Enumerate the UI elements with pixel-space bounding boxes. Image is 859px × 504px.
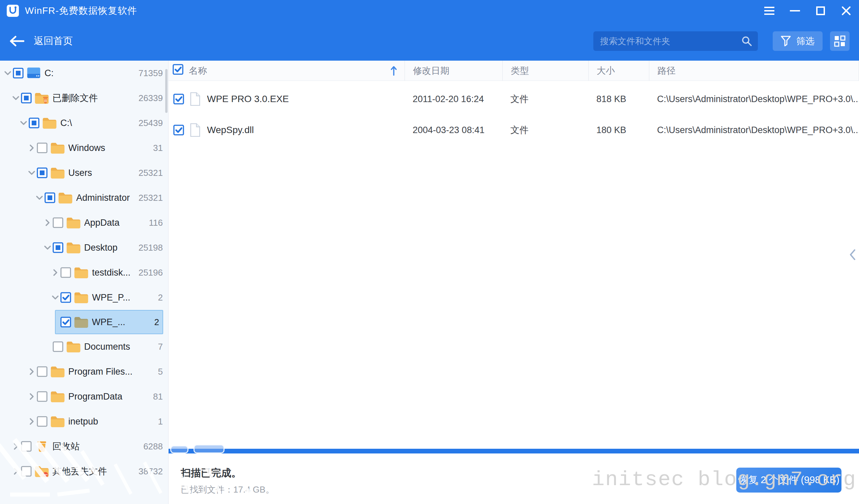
scan-status-text: 扫描已完成。 [181, 466, 241, 480]
tree-item-count: 31 [153, 143, 168, 153]
checkbox-unchecked[interactable] [37, 391, 47, 402]
filter-button-label: 筛选 [796, 35, 814, 47]
folder-icon [58, 191, 73, 204]
search-icon[interactable] [741, 35, 752, 47]
sidebar-vertical-scrollbar[interactable] [165, 69, 168, 113]
drive-icon [26, 67, 41, 79]
minimize-button[interactable] [782, 0, 808, 21]
recover-button[interactable]: 恢复 2 个文件 (998 KB) [736, 468, 842, 492]
tree-item-windows[interactable]: Windows31 [0, 136, 168, 160]
chevron-right-icon[interactable] [12, 467, 20, 476]
tree-item-appdata[interactable]: AppData116 [0, 210, 168, 235]
filter-button[interactable]: 筛选 [773, 31, 823, 51]
tree-item-wpe-p[interactable]: WPE_P...2 [0, 285, 168, 310]
tree-item-users[interactable]: Users25321 [0, 160, 168, 185]
chevron-down-icon[interactable] [35, 193, 44, 202]
search-input[interactable] [600, 36, 741, 47]
file-icon [190, 123, 201, 137]
app-title: WinFR-免费数据恢复软件 [25, 4, 137, 17]
checkbox-unchecked[interactable] [37, 366, 47, 377]
folder-tree-panel: C:71359已删除文件26339C:\25439Windows31Users2… [0, 61, 169, 504]
chevron-right-icon[interactable] [43, 218, 52, 227]
file-row-wepspy-dll[interactable]: WepSpy.dll2004-03-23 08:41文件180 KBC:\Use… [169, 114, 859, 145]
checkbox-checked[interactable] [60, 292, 71, 303]
checkbox-indeterminate[interactable] [13, 68, 24, 79]
checkbox-unchecked[interactable] [37, 142, 47, 153]
chevron-down-icon[interactable] [27, 169, 36, 177]
tree-item-testdisk[interactable]: testdisk...25196 [0, 260, 168, 285]
tree-item-desktop[interactable]: Desktop25198 [0, 235, 168, 260]
column-header-name[interactable]: 名称 [169, 61, 405, 80]
back-arrow-icon [10, 36, 24, 47]
chevron-down-icon[interactable] [51, 293, 60, 302]
file-path: C:\Users\Administrator\Desktop\WPE_PRO+3… [649, 83, 859, 114]
column-header-type[interactable]: 类型 [502, 61, 588, 80]
tree-item-count: 7 [158, 342, 168, 352]
checkbox-unchecked[interactable] [60, 267, 71, 278]
tree-item-program-files[interactable]: Program Files...5 [0, 359, 168, 384]
chevron-down-icon[interactable] [19, 119, 28, 127]
tree-item-label: 其他丢失文件 [52, 465, 107, 477]
tree-item-label: ProgramData [69, 392, 123, 402]
tree-item-c[interactable]: C:\25439 [0, 110, 168, 136]
column-header-size[interactable]: 大小 [588, 61, 649, 80]
close-button[interactable] [833, 0, 859, 21]
folder-icon [50, 142, 65, 154]
folder-icon [74, 291, 89, 304]
sort-ascending-icon[interactable] [390, 66, 397, 76]
checkbox-checked[interactable] [173, 94, 184, 105]
menu-button[interactable] [756, 0, 782, 21]
checkbox-indeterminate[interactable] [21, 93, 32, 104]
tree-item-count: 116 [149, 218, 168, 228]
chevron-right-icon[interactable] [27, 143, 36, 152]
file-name: WepSpy.dll [207, 125, 254, 136]
checkbox-indeterminate[interactable] [52, 242, 63, 253]
tree-item-label: Windows [69, 143, 106, 153]
back-button[interactable]: 返回首页 [10, 34, 73, 48]
tree-item-wpe[interactable]: WPE_...2 [55, 310, 164, 334]
tree-item-documents[interactable]: Documents7 [0, 334, 168, 359]
tree-item-inetpub[interactable]: inetpub1 [0, 409, 168, 434]
search-box [593, 31, 758, 51]
column-header-modified[interactable]: 修改日期 [405, 61, 502, 80]
folder-icon [42, 116, 57, 129]
folder-icon [50, 167, 65, 179]
chevron-right-icon[interactable] [12, 442, 20, 451]
tree-item-programdata[interactable]: ProgramData81 [0, 384, 168, 409]
tree-item-其他丢失文件[interactable]: 其他丢失文件38732 [0, 459, 168, 484]
titlebar: WinFR-免费数据恢复软件 [0, 0, 859, 21]
select-all-checkbox[interactable] [172, 64, 183, 77]
chevron-right-icon[interactable] [27, 392, 36, 401]
file-type: 文件 [502, 83, 588, 114]
tree-item-回收站[interactable]: 回收站6288 [0, 434, 168, 459]
chevron-right-icon[interactable] [27, 417, 36, 426]
checkbox-unchecked[interactable] [52, 217, 63, 228]
tree-item-count: 2 [158, 293, 168, 303]
checkbox-indeterminate[interactable] [45, 192, 55, 203]
checkbox-indeterminate[interactable] [29, 117, 40, 128]
column-header-path[interactable]: 路径 [649, 61, 859, 80]
tree-item-已删除文件[interactable]: 已删除文件26339 [0, 85, 168, 110]
tree-item-c[interactable]: C:71359 [0, 61, 168, 85]
file-path: C:\Users\Administrator\Desktop\WPE_PRO+3… [649, 114, 859, 145]
chevron-down-icon[interactable] [3, 69, 12, 78]
checkbox-unchecked[interactable] [21, 441, 32, 452]
tree-item-label: Program Files... [69, 366, 133, 377]
maximize-button[interactable] [808, 0, 833, 21]
chevron-right-icon[interactable] [27, 367, 36, 376]
collapse-panel-arrow-icon[interactable] [848, 248, 857, 262]
chevron-down-icon[interactable] [43, 243, 52, 252]
chevron-right-icon[interactable] [51, 268, 60, 277]
horizontal-scrollbar[interactable] [169, 449, 859, 454]
checkbox-checked[interactable] [173, 125, 184, 136]
view-mode-grid-button[interactable] [830, 31, 849, 51]
chevron-down-icon[interactable] [12, 94, 20, 103]
checkbox-unchecked[interactable] [21, 466, 32, 477]
file-row-wpe-pro-3-0-exe[interactable]: WPE PRO 3.0.EXE2011-02-20 16:24文件818 KBC… [169, 83, 859, 114]
app-logo-icon [6, 4, 19, 17]
checkbox-indeterminate[interactable] [37, 168, 47, 178]
checkbox-checked[interactable] [60, 317, 71, 328]
checkbox-unchecked[interactable] [52, 341, 63, 352]
checkbox-unchecked[interactable] [37, 416, 47, 427]
tree-item-administrator[interactable]: Administrator25321 [0, 185, 168, 210]
